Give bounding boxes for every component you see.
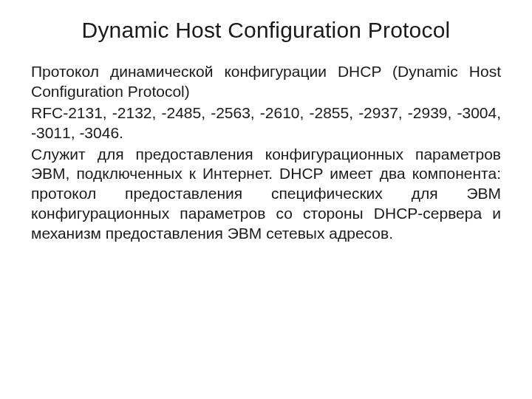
paragraph-description: Служит для предоставления конфигурационн… (31, 145, 501, 244)
slide-title: Dynamic Host Configuration Protocol (31, 18, 501, 43)
slide-body: Протокол динамической конфигурации DHCP … (31, 62, 501, 244)
paragraph-rfc: RFC-2131, -2132, -2485, -2563, -2610, -2… (31, 103, 501, 143)
paragraph-intro: Протокол динамической конфигурации DHCP … (31, 62, 501, 102)
